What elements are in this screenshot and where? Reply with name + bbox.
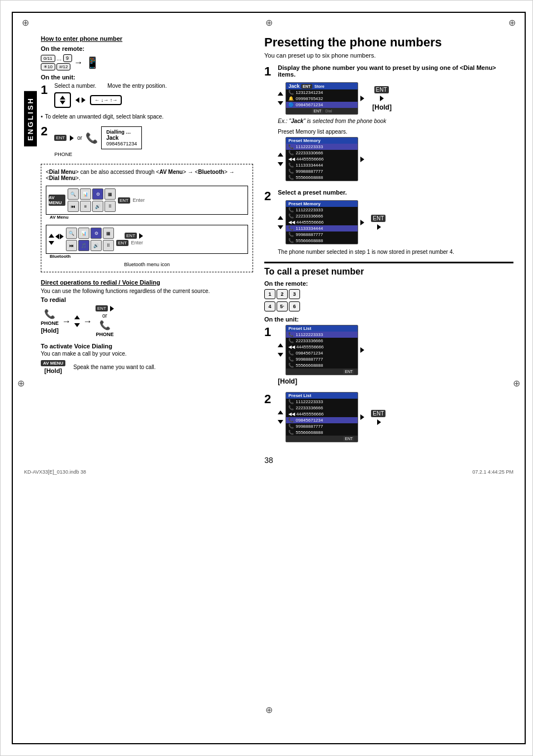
to-call-step2: 2 Preset List 📞 xyxy=(264,392,513,442)
pl1-icon5: 📞 xyxy=(288,357,294,362)
pl1-bottom: ENT xyxy=(286,368,358,375)
pl2-icon6: 📞 xyxy=(288,430,294,435)
pm1-num1: 11122223333 xyxy=(296,144,323,149)
preset-mem-screen1: Preset Memory 📞 11122223333 📞 2223333066… xyxy=(285,137,358,181)
pl2-num6: 55566668888 xyxy=(296,430,323,435)
pm1-icon3: ◀◀ xyxy=(288,157,295,162)
pm2-title: Preset Memory xyxy=(286,201,358,207)
right-step2-title: Select a preset number. xyxy=(278,189,454,196)
pl2-row2: 📞 22233336666 xyxy=(286,405,358,411)
pl1-num3: 44455556666 xyxy=(296,344,323,349)
pm2-num3: 44455556666 xyxy=(296,220,323,225)
preset-list-screen2: Preset List 📞 11122223333 📞 22233336666 xyxy=(285,392,358,442)
key-0: 0/11 xyxy=(41,55,55,62)
pl1-row2: 📞 22233336666 xyxy=(286,338,358,344)
pl2-nav xyxy=(278,410,283,424)
pm2-down xyxy=(278,225,283,229)
pl1-row5: 📞 99988887777 xyxy=(286,356,358,362)
pl1-icon2: 📞 xyxy=(288,338,294,343)
phone-text1: PHONE xyxy=(41,320,59,326)
pl2-ent-btn: ENT xyxy=(371,410,386,417)
pl2-num5: 99988887777 xyxy=(296,424,323,429)
pm1-row3: ◀◀ 44455556666 xyxy=(286,156,358,162)
pl1-row4: 📞 09845671234 xyxy=(286,350,358,356)
preset-list-appears: Preset Memory list appears. xyxy=(278,129,513,135)
pm2-icon2: 📞 xyxy=(288,214,294,219)
hold-text1: [Hold] xyxy=(41,327,59,334)
pl2-row5: 📞 99988887777 xyxy=(286,423,358,429)
pm2-row6: 📞 55566668888 xyxy=(286,238,358,244)
footer-left: KD-AVX33[E]_0130.indb 38 xyxy=(24,469,86,475)
step2-num: 2 xyxy=(41,124,47,157)
step2-diagram: ENT or 📞 Dialling … Jack 09845671234 xyxy=(54,126,253,149)
pl2-row1: 📞 11122223333 xyxy=(286,399,358,405)
to-call-step2-content: Preset List 📞 11122223333 📞 22233336666 xyxy=(278,392,387,442)
pm1-side-right xyxy=(360,157,364,162)
ent-arrow-redial xyxy=(110,306,114,311)
to-call-step1: 1 Preset List 📞 xyxy=(264,325,513,385)
pm1-row2: 📞 22233330666 xyxy=(286,150,358,156)
preset-key-5: 5· xyxy=(277,301,288,311)
pl2-icon1: 📞 xyxy=(288,399,294,404)
pm1-num5: 99988887777 xyxy=(296,169,323,174)
pl2-ent-block: ENT xyxy=(371,410,387,425)
pm2-nav xyxy=(278,216,283,229)
footer: KD-AVX33[E]_0130.indb 38 07.2.1 4:44:25 … xyxy=(24,469,513,475)
right-mid-crosshair: ⊕ xyxy=(513,378,520,389)
pl1-icon6: 📞 xyxy=(288,363,294,368)
pl1-side xyxy=(360,347,364,353)
menu-icon2-search: 🔍 xyxy=(66,228,77,239)
to-call-remote-label: On the remote: xyxy=(264,280,513,287)
phone-icon2: 📞 xyxy=(99,320,111,330)
how-to-enter-title: How to enter phone number xyxy=(41,35,253,42)
menu-grid1: 🔍 📊 ⚙ ▦ ⏮ ≡ 🔊 ⠿ xyxy=(68,188,116,212)
pl2-down xyxy=(278,420,283,424)
pl1-num4: 09845671234 xyxy=(296,351,323,356)
hold-text2: [Hold] xyxy=(44,367,62,374)
to-redial-label: To redial xyxy=(41,296,253,303)
pm2-icon4: 📞 xyxy=(288,226,294,231)
remote-preset-keys-row2: 4 5· 6 xyxy=(264,301,513,311)
pm2-ent-block: ENT xyxy=(371,215,387,230)
dialling-name: Jack xyxy=(106,135,137,141)
lr-nav xyxy=(55,234,64,245)
pb-icon3: 🔵 xyxy=(288,102,294,107)
nav-left xyxy=(55,234,59,239)
pl2-num1: 11122223333 xyxy=(296,399,323,404)
top-right-crosshair: ⊕ xyxy=(508,17,516,28)
pb-up xyxy=(278,92,283,96)
pm1-row5: 📞 99988887777 xyxy=(286,168,358,174)
ent-enter1: ENT Enter xyxy=(118,197,145,204)
to-call-unit-label: On the unit: xyxy=(264,316,513,323)
step1-num: 1 xyxy=(41,83,47,111)
pm2-icon5: 📞 xyxy=(288,232,294,237)
pm2-icon3: ◀◀ xyxy=(288,220,295,225)
phonebook-screen-wrapper: Jack ENT Store 📞 12312341234 🔔 099987654 xyxy=(278,82,513,115)
pb-ent-arrow xyxy=(380,96,384,101)
key-9: 9 xyxy=(63,54,72,62)
pm1-down xyxy=(278,162,283,166)
pm2-ent-arrow xyxy=(377,224,381,230)
redial-diagram: 📞 PHONE [Hold] → → xyxy=(41,305,253,337)
pm1-num2: 22233330666 xyxy=(296,150,323,155)
preset-key-3: 3 xyxy=(289,289,300,299)
pm2-row4-selected: 📞 11133334444 xyxy=(286,225,358,231)
menu-icon2-skip: ⏮ xyxy=(66,240,77,251)
step2-content: ENT or 📞 Dialling … Jack 09845671234 xyxy=(54,124,253,157)
preset-list-screen1-wrapper: Preset List 📞 11122223333 📞 22233336666 xyxy=(278,325,364,375)
ent-btn-redial: ENT xyxy=(96,305,108,311)
right-step1-content: Display the phone number you want to pre… xyxy=(278,64,513,181)
pm2-num4: 11133334444 xyxy=(296,226,323,231)
arrow-to-phone: → xyxy=(74,58,83,68)
pm1-num4: 11133334444 xyxy=(296,163,323,168)
voice-dialing-text: You can make a call by your voice. xyxy=(41,351,253,357)
pm2-num2: 22233336666 xyxy=(296,214,323,219)
preset-key-6: 6 xyxy=(289,301,300,311)
dot-bullet-icon: • xyxy=(41,114,43,120)
unit-up xyxy=(74,315,80,319)
pm2-fwd xyxy=(360,220,364,225)
english-sidebar-label: ENGLISH xyxy=(24,91,37,147)
preset-mem-screen1-wrapper: Preset Memory 📞 11122223333 📞 2223333066… xyxy=(278,137,513,181)
pb-icon1: 📞 xyxy=(288,90,294,95)
dialling-title: Dialling … xyxy=(106,129,137,135)
